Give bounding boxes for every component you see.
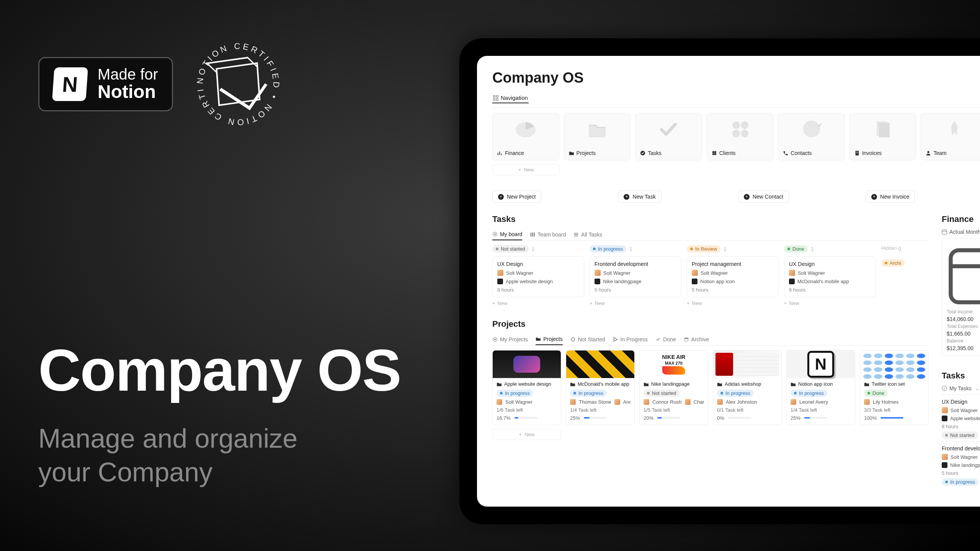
invoice-3d-icon [850,116,916,142]
project-tasks-left: 1/5 Task left [644,407,704,413]
view-icon [530,232,535,237]
status-pill: In progress [570,390,607,397]
page-icon [644,381,649,387]
column-count: 1 [811,246,814,252]
tasks-tab-team-board[interactable]: Team board [530,229,566,240]
projects-tab-not-started[interactable]: Not Started [570,334,605,345]
chart-icon [497,150,503,156]
svg-point-34 [942,386,947,391]
made-for-line2: Notion [98,82,158,102]
status-pill: In progress [791,390,827,397]
svg-rect-33 [951,250,980,302]
nav-card-finance[interactable]: Finance [492,113,559,160]
project-card[interactable]: Twitter icon set Done Lily Holmes 3/3 Ta… [860,350,929,425]
nav-card-invoices[interactable]: Invoices [849,113,916,160]
nav-card-tasks[interactable]: Tasks [635,113,702,160]
board-new-button[interactable]: + New [784,300,876,306]
phone-3d-icon [778,116,844,142]
board-new-button[interactable]: + New [492,300,584,306]
task-card[interactable]: UX Design Solt Wagner Apple website desi… [492,256,584,297]
page-icon [497,381,502,387]
status-pill: In progress [590,245,626,253]
notion-logo-icon: N [52,67,88,101]
svg-rect-3 [493,98,495,100]
project-title: McDonald's mobile app [578,381,629,387]
notion-page: Company OS Navigation Finance Projects T… [477,56,980,507]
task-card[interactable]: Project management Solt Wagner Notion ap… [687,256,779,297]
finance-title: Finance [942,214,980,224]
board-new-button[interactable]: + New [590,300,681,306]
side-task-item[interactable]: UX Design Solt Wagner Apple website desi… [942,395,980,441]
plus-circle-icon: + [498,194,504,200]
task-project: Apple website design [942,416,980,421]
nav-card-label: Invoices [862,150,882,156]
page-icon [570,381,575,387]
avatar-icon [789,270,795,276]
nav-new-button[interactable]: + New [492,164,560,175]
nav-card-label: Team [933,150,946,156]
task-hours: 8 hours [497,287,579,293]
avatar-icon [644,399,649,405]
project-title: Nike landingpage [651,381,689,387]
notion-certified-badge: NOTION CERTIFIED • NOTION CERTIFIED • [196,42,280,126]
projects-tab-archive[interactable]: Archive [684,334,709,345]
task-assignee: Solt Wagner [942,454,980,460]
tablet-frame: Company OS Navigation Finance Projects T… [459,38,980,524]
project-card[interactable]: NIKE AIRMAX 270 Nike landingpage Not sta… [639,350,708,425]
invoice-icon [854,150,860,156]
avatar-icon [595,270,601,276]
task-card[interactable]: UX Design Solt Wagner McDonald's mobile … [784,256,876,297]
nav-card-team[interactable]: Team [921,113,980,160]
my-tasks-tab[interactable]: My Tasks⌄ [942,385,980,391]
project-thumb-icon [942,462,947,468]
projects-tab-in-progress[interactable]: In Progress [613,334,648,345]
task-card[interactable]: Frontend development Solt Wagner Nike la… [590,256,681,297]
side-task-item[interactable]: Frontend development Solt Wagner Nike la… [942,441,980,488]
folder-icon [569,150,574,156]
calendar-icon [947,242,980,306]
nav-card-clients[interactable]: Clients [707,113,774,160]
project-members: Lily Holmes [864,399,924,405]
new-invoice-button[interactable]: +New Invoice [866,191,915,203]
tasks-tab-all-tasks[interactable]: All Tasks [573,229,602,240]
status-pill: Done [784,245,808,253]
project-card[interactable]: N Notion app icon In progress Leonel Ave… [786,350,855,425]
new-contact-button[interactable]: +New Contact [738,191,789,203]
tab-icon [570,337,576,342]
task-project: Notion app icon [692,279,774,284]
grid-icon [493,95,498,101]
new-project-button[interactable]: +New Project [492,191,541,203]
board-col-in-progress: In progress 1 Frontend development Solt … [590,245,681,306]
project-card[interactable]: Adidas webshop In progress Alex Johnston… [713,350,782,425]
nav-card-projects[interactable]: Projects [564,113,631,160]
projects-new-button[interactable]: + New [492,429,561,440]
finance-tab[interactable]: Actual Month⌄ [942,229,980,235]
board-col-not-started: Not started 1 UX Design Solt Wagner Appl… [492,245,584,306]
projects-tab-projects[interactable]: Projects [536,334,563,345]
project-card[interactable]: McDonald's mobile app In progress Thomas… [566,350,635,425]
svg-rect-17 [879,123,890,137]
archive-pill[interactable]: Archi [881,259,905,267]
svg-rect-19 [856,152,858,152]
project-members: Alex Johnston [717,399,777,405]
nav-card-label: Finance [505,150,524,156]
svg-rect-25 [532,233,533,237]
new-task-button[interactable]: +New Task [618,191,661,203]
folder-3d-icon [564,116,630,142]
board-new-button[interactable]: + New [687,300,779,306]
project-members: Solt Wagner [497,399,557,405]
status-pill: Done [864,390,888,397]
projects-tab-done[interactable]: Done [655,334,676,345]
tab-icon [536,336,541,342]
projects-tab-my-projects[interactable]: My Projects [492,334,528,345]
finance-card[interactable]: February 2024 Total Income $14,060.00 To… [942,238,980,355]
project-title: Twitter icon set [872,381,905,387]
project-card[interactable]: Apple website design In progress Solt Wa… [492,350,561,425]
view-icon [492,231,498,237]
svg-point-14 [714,153,716,155]
tasks-tab-my-board[interactable]: My board [492,229,522,240]
nav-card-contacts[interactable]: Contacts [778,113,845,160]
projects-title: Projects [492,319,929,329]
task-assignee: Solt Wagner [692,270,774,276]
tab-navigation[interactable]: Navigation [492,93,529,103]
